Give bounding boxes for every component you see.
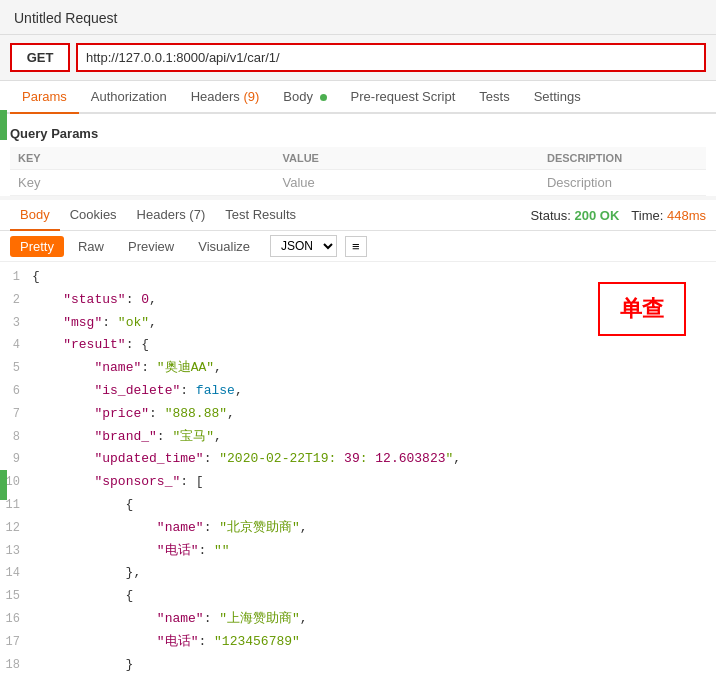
tab-params[interactable]: Params bbox=[10, 81, 79, 114]
line-number: 16 bbox=[0, 610, 32, 629]
status-ok-badge: 200 OK bbox=[575, 208, 620, 223]
line-number: 9 bbox=[0, 450, 32, 469]
json-line: 18 } bbox=[0, 654, 716, 677]
line-number: 12 bbox=[0, 519, 32, 538]
json-line: 4 "result": { bbox=[0, 334, 716, 357]
response-tab-headers[interactable]: Headers (7) bbox=[127, 200, 216, 231]
response-time-value: 448ms bbox=[667, 208, 706, 223]
tab-tests[interactable]: Tests bbox=[467, 81, 521, 114]
line-content: "is_delete": false, bbox=[32, 381, 243, 402]
key-cell: Key bbox=[10, 170, 274, 196]
json-line: 5 "name": "奥迪AA", bbox=[0, 357, 716, 380]
line-number: 18 bbox=[0, 656, 32, 675]
table-row: Key Value Description bbox=[10, 170, 706, 196]
line-content: "电话": "" bbox=[32, 541, 230, 562]
query-params-title: Query Params bbox=[10, 120, 706, 147]
request-tabs: Params Authorization Headers (9) Body Pr… bbox=[0, 81, 716, 114]
tab-settings[interactable]: Settings bbox=[522, 81, 593, 114]
line-number: 5 bbox=[0, 359, 32, 378]
format-select[interactable]: JSON bbox=[270, 235, 337, 257]
line-number: 8 bbox=[0, 428, 32, 447]
line-content: "updated_time": "2020-02-22T19: 39: 12.6… bbox=[32, 449, 461, 470]
json-line: 15 { bbox=[0, 585, 716, 608]
line-content: { bbox=[32, 586, 133, 607]
line-content: "result": { bbox=[32, 335, 149, 356]
response-tab-cookies[interactable]: Cookies bbox=[60, 200, 127, 231]
page-title: Untitled Request bbox=[14, 10, 118, 26]
desc-cell: Description bbox=[539, 170, 706, 196]
json-line: 8 "brand_": "宝马", bbox=[0, 426, 716, 449]
request-line: GET bbox=[0, 35, 716, 81]
annotation-text: 单查 bbox=[620, 298, 664, 323]
tab-authorization[interactable]: Authorization bbox=[79, 81, 179, 114]
line-number: 3 bbox=[0, 314, 32, 333]
wrap-button[interactable]: ≡ bbox=[345, 236, 367, 257]
view-visualize-button[interactable]: Visualize bbox=[188, 236, 260, 257]
json-line: 12 "name": "北京赞助商", bbox=[0, 517, 716, 540]
line-number: 15 bbox=[0, 587, 32, 606]
tab-headers[interactable]: Headers (9) bbox=[179, 81, 272, 114]
annotation-box: 单查 bbox=[598, 282, 686, 336]
sidebar-strip-bottom bbox=[0, 470, 7, 500]
view-preview-button[interactable]: Preview bbox=[118, 236, 184, 257]
json-line: 6 "is_delete": false, bbox=[0, 380, 716, 403]
col-header-value: VALUE bbox=[274, 147, 538, 170]
response-tab-testresults[interactable]: Test Results bbox=[215, 200, 306, 231]
view-raw-button[interactable]: Raw bbox=[68, 236, 114, 257]
line-number: 6 bbox=[0, 382, 32, 401]
json-line: 9 "updated_time": "2020-02-22T19: 39: 12… bbox=[0, 448, 716, 471]
line-content: "name": "奥迪AA", bbox=[32, 358, 222, 379]
json-line: 7 "price": "888.88", bbox=[0, 403, 716, 426]
line-content: "brand_": "宝马", bbox=[32, 427, 222, 448]
line-content: "name": "北京赞助商", bbox=[32, 518, 308, 539]
line-number: 4 bbox=[0, 336, 32, 355]
line-content: "msg": "ok", bbox=[32, 313, 157, 334]
value-cell: Value bbox=[274, 170, 538, 196]
response-tab-body[interactable]: Body bbox=[10, 200, 60, 231]
tab-prerequest[interactable]: Pre-request Script bbox=[339, 81, 468, 114]
json-line: 10 "sponsors_": [ bbox=[0, 471, 716, 494]
line-content: "电话": "123456789" bbox=[32, 632, 300, 653]
view-pretty-button[interactable]: Pretty bbox=[10, 236, 64, 257]
method-button[interactable]: GET bbox=[10, 43, 70, 72]
col-header-description: DESCRIPTION bbox=[539, 147, 706, 170]
line-number: 17 bbox=[0, 633, 32, 652]
line-content: { bbox=[32, 495, 133, 516]
json-viewer: 单查 1{2 "status": 0,3 "msg": "ok",4 "resu… bbox=[0, 262, 716, 678]
line-content: } bbox=[32, 655, 133, 676]
line-number: 13 bbox=[0, 542, 32, 561]
json-line: 13 "电话": "" bbox=[0, 540, 716, 563]
line-content: }, bbox=[32, 563, 141, 584]
line-number: 7 bbox=[0, 405, 32, 424]
line-number: 14 bbox=[0, 564, 32, 583]
line-content: "status": 0, bbox=[32, 290, 157, 311]
json-line: 16 "name": "上海赞助商", bbox=[0, 608, 716, 631]
line-content: "name": "上海赞助商", bbox=[32, 609, 308, 630]
params-table: KEY VALUE DESCRIPTION Key Value Descript… bbox=[10, 147, 706, 196]
response-tabs: Body Cookies Headers (7) Test Results St… bbox=[0, 200, 716, 231]
line-content: { bbox=[32, 267, 40, 288]
json-line: 17 "电话": "123456789" bbox=[0, 631, 716, 654]
line-number: 1 bbox=[0, 268, 32, 287]
json-line: 14 }, bbox=[0, 562, 716, 585]
response-status: Status: 200 OK Time: 448ms bbox=[530, 208, 706, 223]
sidebar-strip-top bbox=[0, 110, 7, 140]
col-header-key: KEY bbox=[10, 147, 274, 170]
response-toolbar: Pretty Raw Preview Visualize JSON ≡ bbox=[0, 231, 716, 262]
tab-body[interactable]: Body bbox=[271, 81, 338, 114]
query-params-section: Query Params KEY VALUE DESCRIPTION Key V… bbox=[0, 114, 716, 196]
json-line: 11 { bbox=[0, 494, 716, 517]
line-content: "price": "888.88", bbox=[32, 404, 235, 425]
line-number: 2 bbox=[0, 291, 32, 310]
line-content: "sponsors_": [ bbox=[32, 472, 204, 493]
url-input[interactable] bbox=[76, 43, 706, 72]
